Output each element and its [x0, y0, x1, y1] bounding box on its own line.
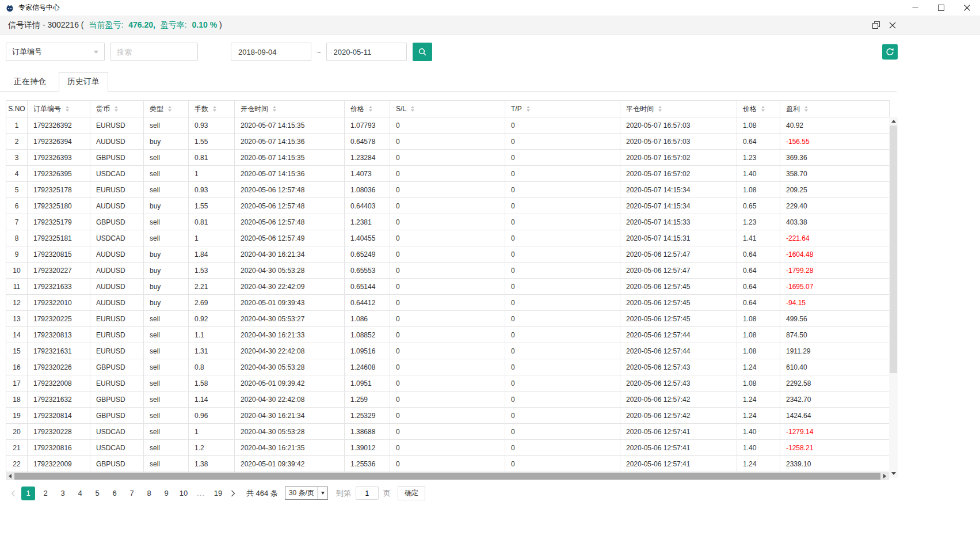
horizontal-scroll-thumb[interactable] — [14, 473, 880, 480]
cell-profit: 1911.29 — [780, 343, 890, 359]
cell-lots: 1 — [189, 424, 235, 440]
next-page-button[interactable] — [227, 487, 239, 500]
scroll-left-icon[interactable] — [6, 472, 14, 480]
table-row[interactable]: 151792321631EURUSDsell1.312020-04-30 22:… — [6, 343, 890, 359]
search-input[interactable] — [110, 43, 198, 61]
page-button-2[interactable]: 2 — [39, 487, 52, 500]
cell-tp: 0 — [505, 424, 620, 440]
confirm-button[interactable]: 确定 — [398, 486, 425, 500]
sort-icon[interactable] — [804, 106, 808, 112]
column-header-open-price[interactable]: 价格 — [345, 101, 390, 117]
cell-currency: GBPUSD — [90, 408, 144, 424]
cell-sno: 11 — [6, 279, 28, 295]
current-pl-value: 476.20, — [128, 20, 155, 29]
sort-icon[interactable] — [66, 106, 69, 112]
table-row[interactable]: 91792320815AUDUSDbuy1.842020-04-30 16:21… — [6, 246, 890, 263]
cell-lots: 0.93 — [189, 182, 235, 198]
prev-page-button[interactable] — [7, 487, 20, 500]
page-button-6[interactable]: 6 — [108, 487, 121, 500]
column-header-tp[interactable]: T/P — [505, 101, 620, 117]
column-header-type[interactable]: 类型 — [144, 101, 189, 117]
table-row[interactable]: 101792320227AUDUSDbuy1.532020-04-30 05:5… — [6, 263, 890, 279]
cell-close-price: 0.64 — [737, 295, 780, 311]
close-panel-icon[interactable] — [889, 22, 896, 29]
date-to-input[interactable] — [326, 43, 407, 61]
sort-icon[interactable] — [369, 106, 372, 112]
column-header-close-time[interactable]: 平仓时间 — [620, 101, 737, 117]
horizontal-scrollbar[interactable] — [6, 472, 889, 480]
sort-icon[interactable] — [168, 106, 171, 112]
table-row[interactable]: 211792320816USDCADsell1.22020-04-30 16:2… — [6, 440, 890, 456]
page-button-4[interactable]: 4 — [73, 487, 87, 500]
table-row[interactable]: 11792326392EURUSDsell0.932020-05-07 14:1… — [6, 117, 890, 134]
table-row[interactable]: 141792320813EURUSDsell1.12020-04-30 16:2… — [6, 327, 890, 343]
cell-open-price: 1.24608 — [345, 359, 390, 375]
table-row[interactable]: 171792322008EURUSDsell1.582020-05-01 09:… — [6, 375, 890, 392]
sort-icon[interactable] — [527, 106, 530, 112]
vertical-scroll-thumb[interactable] — [890, 126, 897, 373]
cell-sno: 15 — [6, 343, 28, 359]
scroll-up-icon[interactable] — [889, 117, 898, 126]
minimize-button[interactable] — [902, 0, 928, 16]
refresh-button[interactable] — [882, 44, 898, 60]
page-button-10[interactable]: 10 — [177, 487, 190, 500]
goto-page-input[interactable] — [356, 487, 379, 500]
table-row[interactable]: 201792320228USDCADsell12020-04-30 05:53:… — [6, 424, 890, 440]
cell-lots: 1.55 — [189, 198, 235, 214]
page-size-select[interactable]: 30 条/页 — [285, 487, 328, 500]
sort-icon[interactable] — [411, 106, 414, 112]
table-row[interactable]: 111792321633AUDUSDbuy2.212020-04-30 22:4… — [6, 279, 890, 295]
cell-lots: 0.8 — [189, 359, 235, 375]
table-row[interactable]: 81792325181USDCADsell12020-05-06 12:57:4… — [6, 230, 890, 246]
cell-close-price: 0.65 — [737, 198, 780, 214]
column-header-lots[interactable]: 手数 — [189, 101, 235, 117]
sort-icon[interactable] — [115, 106, 118, 112]
cell-currency: USDCAD — [90, 440, 144, 456]
table-row[interactable]: 41792326395USDCADsell12020-05-07 14:15:3… — [6, 166, 890, 182]
cell-open-time: 2020-05-07 14:15:35 — [235, 117, 345, 134]
page-button-9[interactable]: 9 — [159, 487, 173, 500]
sort-icon[interactable] — [658, 106, 662, 112]
column-header-currency[interactable]: 货币 — [90, 101, 144, 117]
page-button-3[interactable]: 3 — [56, 487, 70, 500]
total-count: 共 464 条 — [246, 488, 278, 499]
tab-history-orders[interactable]: 历史订单 — [59, 72, 108, 92]
search-field-select[interactable]: 订单编号 — [6, 43, 105, 61]
cell-lots: 1.84 — [189, 246, 235, 263]
table-row[interactable]: 61792325180AUDUSDbuy1.552020-05-06 12:57… — [6, 198, 890, 214]
column-header-profit[interactable]: 盈利 — [780, 101, 890, 117]
sort-icon[interactable] — [761, 106, 765, 112]
date-from-input[interactable] — [231, 43, 311, 61]
restore-panel-icon[interactable] — [872, 21, 880, 29]
scroll-right-icon[interactable] — [880, 472, 889, 480]
column-header-order-number[interactable]: 订单编号 — [28, 101, 90, 117]
sort-icon[interactable] — [213, 106, 216, 112]
table-row[interactable]: 181792321632GBPUSDsell1.142020-04-30 22:… — [6, 392, 890, 408]
tab-current-positions[interactable]: 正在持仓 — [6, 72, 54, 91]
vertical-scroll-track[interactable] — [889, 126, 898, 469]
vertical-scrollbar[interactable] — [889, 117, 898, 478]
table-row[interactable]: 21792326394AUDUSDbuy1.552020-05-07 14:15… — [6, 134, 890, 150]
maximize-button[interactable] — [928, 0, 954, 16]
table-row[interactable]: 221792322009GBPUSDsell1.382020-05-01 09:… — [6, 456, 890, 472]
table-row[interactable]: 161792320226GBPUSDsell0.82020-04-30 05:5… — [6, 359, 890, 375]
page-button-1[interactable]: 1 — [21, 487, 35, 500]
table-row[interactable]: 191792320814GBPUSDsell0.962020-04-30 16:… — [6, 408, 890, 424]
page-button-19[interactable]: 19 — [211, 487, 225, 500]
search-button[interactable] — [413, 43, 432, 61]
column-header-open-time[interactable]: 开仓时间 — [235, 101, 345, 117]
column-header-sl[interactable]: S/L — [390, 101, 505, 117]
scroll-down-icon[interactable] — [889, 469, 898, 478]
sort-icon[interactable] — [273, 106, 276, 112]
table-row[interactable]: 51792325178EURUSDsell0.932020-05-06 12:5… — [6, 182, 890, 198]
close-window-button[interactable] — [954, 0, 980, 16]
table-row[interactable]: 121792322010AUDUSDbuy2.692020-05-01 09:3… — [6, 295, 890, 311]
table-row[interactable]: 71792325179GBPUSDsell0.812020-05-06 12:5… — [6, 214, 890, 230]
table-row[interactable]: 131792320225EURUSDsell0.922020-04-30 05:… — [6, 311, 890, 327]
column-header-close-price[interactable]: 价格 — [737, 101, 780, 117]
page-button-8[interactable]: 8 — [142, 487, 156, 500]
page-button-5[interactable]: 5 — [90, 487, 104, 500]
cell-tp: 0 — [505, 375, 620, 392]
page-button-7[interactable]: 7 — [125, 487, 139, 500]
table-row[interactable]: 31792326393GBPUSDsell0.812020-05-07 14:1… — [6, 150, 890, 166]
